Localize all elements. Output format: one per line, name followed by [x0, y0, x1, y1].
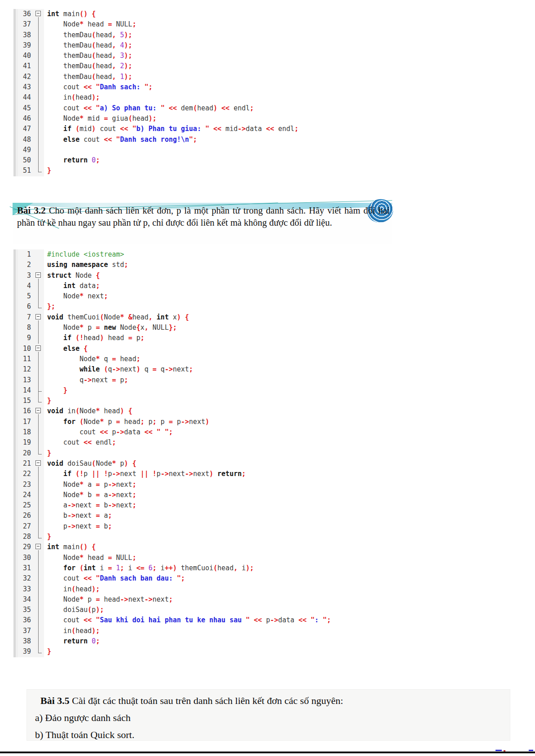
- code-text: }: [44, 448, 393, 459]
- gutter-strip: [13, 636, 18, 647]
- code-text: for (Node* p = head; p; p = p->next): [44, 417, 393, 427]
- exercise-3-5-label: Bài 3.5: [40, 695, 70, 706]
- line-number: 48: [18, 135, 33, 145]
- code-line: 29int main() {: [13, 542, 393, 552]
- fold-column: [33, 417, 44, 427]
- fold-column: [33, 333, 44, 343]
- code-text: Node* head = NULL;: [44, 19, 393, 30]
- code-text: else cout << "Danh sach rong!\n";: [44, 135, 393, 145]
- line-number: 13: [18, 375, 33, 385]
- code-line: 24 Node* b = a->next;: [13, 490, 393, 500]
- code-line: 43 cout << "Danh sach: ";: [13, 82, 393, 92]
- gutter-strip: [13, 448, 18, 459]
- code-text: for (int i = 1; i <= 6; i++) themCuoi(he…: [44, 563, 393, 573]
- fold-column: [33, 406, 44, 416]
- code-line: 35 doiSau(p);: [13, 605, 393, 615]
- fold-column: [33, 636, 44, 647]
- gutter-strip: [13, 155, 18, 166]
- code-text: cout << p->data << " ";: [44, 427, 393, 437]
- code-line: 37 in(head);: [13, 626, 393, 636]
- line-number: 20: [18, 448, 33, 459]
- code-text: if (!p || !p->next || !p->next->next) re…: [44, 469, 393, 479]
- line-number: 6: [18, 302, 33, 312]
- fold-column: [33, 375, 44, 385]
- exercise-3-2-label: Bài 3.2: [17, 205, 46, 216]
- code-line: 19 cout << endl;: [13, 437, 393, 448]
- code-text: p->next = b;: [44, 521, 393, 532]
- code-text: Node* head = NULL;: [44, 553, 393, 563]
- line-number: 41: [18, 61, 33, 71]
- code-line: 44 in(head);: [13, 92, 393, 103]
- code-line: 50 return 0;: [13, 155, 393, 166]
- gutter-strip: [13, 92, 18, 103]
- line-number: 44: [18, 92, 33, 103]
- fold-column: [33, 281, 44, 291]
- line-number: 32: [18, 573, 33, 584]
- code-text: cout << "Sau khi doi hai phan tu ke nhau…: [44, 615, 393, 625]
- code-line: 2using namespace std;: [13, 260, 393, 270]
- code-text: };: [44, 302, 393, 312]
- gutter-strip: [13, 249, 18, 260]
- line-number: 30: [18, 553, 33, 563]
- code-text: int main() {: [44, 542, 393, 552]
- code-line: 38 return 0;: [13, 636, 393, 647]
- code-line: 25 a->next = b->next;: [13, 500, 393, 511]
- exercise-3-5-item-a: a) Đảo ngược danh sách: [27, 707, 510, 724]
- line-number: 2: [18, 260, 33, 270]
- line-number: 37: [18, 626, 33, 636]
- gutter-strip: [13, 124, 18, 134]
- gutter-strip: [13, 135, 18, 145]
- code-line: 26 b->next = a;: [13, 511, 393, 521]
- line-number: 14: [18, 385, 33, 396]
- code-text: in(head);: [44, 92, 393, 103]
- line-number: 36: [18, 615, 33, 625]
- fold-collapse-icon: [35, 408, 41, 413]
- fold-column: [33, 542, 44, 552]
- line-number: 40: [18, 51, 33, 61]
- fold-column: [33, 385, 44, 396]
- gutter-strip: [13, 302, 18, 312]
- gutter-strip: [13, 291, 18, 302]
- code-text: }: [44, 396, 393, 406]
- code-text: return 0;: [44, 636, 393, 647]
- code-line: 5 Node* next;: [13, 291, 393, 302]
- line-number: 24: [18, 490, 33, 500]
- line-number: 15: [18, 396, 33, 406]
- code-text: in(head);: [44, 584, 393, 594]
- fold-column: [33, 103, 44, 114]
- fold-column: [33, 594, 44, 605]
- code-line: 18 cout << p->data << " ";: [13, 427, 393, 437]
- fold-column: [33, 448, 44, 459]
- code-text: Node* next;: [44, 291, 393, 302]
- gutter-strip: [13, 30, 18, 40]
- code-line: 7void themCuoi(Node* &head, int x) {: [13, 312, 393, 323]
- line-number: 25: [18, 500, 33, 511]
- line-number: 10: [18, 344, 33, 354]
- gutter-strip: [13, 260, 18, 270]
- line-number: 4: [18, 281, 33, 291]
- fold-column: [33, 249, 44, 260]
- fold-column: [33, 573, 44, 584]
- fold-column: [33, 145, 44, 155]
- gutter-strip: [13, 312, 18, 323]
- document-page: 36int main() {37 Node* head = NULL;38 th…: [0, 0, 535, 756]
- code-text: Node* p = new Node{x, NULL};: [44, 323, 393, 333]
- line-number: 34: [18, 594, 33, 605]
- code-line: 1#include <iostream>: [13, 249, 393, 260]
- code-text: in(head);: [44, 626, 393, 636]
- code-line: 31 for (int i = 1; i <= 6; i++) themCuoi…: [13, 563, 393, 573]
- fold-column: [33, 61, 44, 71]
- code-line: 10 else {: [13, 344, 393, 354]
- code-text: }: [44, 385, 393, 396]
- gutter-strip: [13, 417, 18, 427]
- gutter-strip: [13, 281, 18, 291]
- gutter-strip: [13, 385, 18, 396]
- code-text: using namespace std;: [44, 260, 393, 270]
- code-line: 13 q->next = p;: [13, 375, 393, 385]
- fold-column: [33, 260, 44, 270]
- line-number: 45: [18, 103, 33, 114]
- fold-column: [33, 490, 44, 500]
- code-text: Node* mid = giua(head);: [44, 114, 393, 124]
- gutter-strip: [13, 396, 18, 406]
- code-text: themDau(head, 3);: [44, 51, 393, 61]
